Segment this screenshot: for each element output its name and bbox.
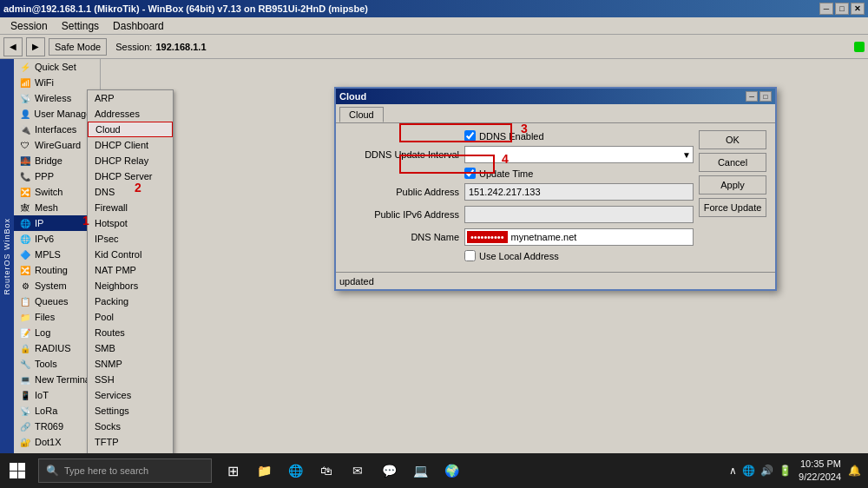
- title-bar-buttons: ─ □ ✕: [819, 3, 865, 15]
- submenu-item-smb[interactable]: SMB: [88, 340, 173, 356]
- cancel-button[interactable]: Cancel: [699, 153, 766, 172]
- submenu-item-firewall[interactable]: Firewall: [88, 200, 173, 215]
- submenu-item-ipsec[interactable]: IPsec: [88, 231, 173, 247]
- public-address-input[interactable]: [464, 183, 694, 201]
- sidebar-label-tools: Tools: [35, 359, 57, 369]
- submenu-item-routes[interactable]: Routes: [88, 325, 173, 340]
- taskbar-icon-explorer[interactable]: 📁: [250, 453, 278, 488]
- dialog-tab-cloud[interactable]: Cloud: [339, 107, 384, 122]
- sidebar-label-wireguard: WireGuard: [35, 140, 81, 150]
- taskbar-icon-terminal[interactable]: 💻: [406, 453, 434, 488]
- public-address-label: Public Address: [343, 187, 464, 197]
- search-bar[interactable]: 🔍 Type here to search: [38, 458, 212, 483]
- ip-submenu: ARP Addresses Cloud DHCP Client DHCP Rel…: [87, 89, 174, 488]
- sidebar-label-switch: Switch: [35, 187, 62, 197]
- dialog-restore-button[interactable]: □: [760, 91, 772, 102]
- dialog-status-text: updated: [339, 276, 374, 287]
- apply-button[interactable]: Apply: [699, 175, 766, 195]
- submenu-item-ssh[interactable]: SSH: [88, 372, 173, 387]
- sidebar-item-wifi[interactable]: 📶 WiFi: [14, 75, 100, 90]
- submenu-item-natpmp[interactable]: NAT PMP: [88, 262, 173, 278]
- session-label: Session:: [115, 42, 152, 52]
- clock[interactable]: 10:35 PM 9/22/2024: [799, 458, 841, 485]
- title-bar: admin@192.168.1.1 (MikroTik) - WinBox (6…: [0, 0, 868, 17]
- dns-name-label: DNS Name: [343, 232, 464, 242]
- submenu-item-services[interactable]: Services: [88, 387, 173, 403]
- notification-icon[interactable]: 🔔: [848, 465, 861, 477]
- dialog-title-bar: Cloud ─ □: [336, 89, 775, 104]
- safe-mode-button[interactable]: Safe Mode: [49, 38, 107, 56]
- taskbar-icon-chrome[interactable]: 🌐: [281, 453, 309, 488]
- taskbar-icon-browser2[interactable]: 🌍: [437, 453, 465, 488]
- system-tray: ∧ 🌐 🔊 🔋 10:35 PM 9/22/2024 🔔: [722, 458, 868, 485]
- interfaces-icon: 🔌: [19, 123, 31, 135]
- sidebar-label-usermanager: User Manager: [34, 109, 95, 119]
- ok-button[interactable]: OK: [699, 130, 766, 149]
- submenu-item-tftp[interactable]: TFTP: [88, 434, 173, 450]
- public-ipv6-address-label: Public IPv6 Address: [343, 209, 464, 220]
- dialog-minimize-button[interactable]: ─: [746, 91, 758, 102]
- menu-dashboard[interactable]: Dashboard: [106, 18, 171, 34]
- sidebar-label-bridge: Bridge: [35, 155, 62, 166]
- sidebar-item-quickset[interactable]: ⚡ Quick Set: [14, 59, 100, 75]
- ddns-update-interval-input[interactable]: ▼: [464, 146, 694, 163]
- submenu-item-pool[interactable]: Pool: [88, 309, 173, 325]
- sidebar-label-queues: Queues: [35, 296, 69, 307]
- sidebar-label-ip: IP: [35, 218, 43, 228]
- taskbar-icon-mail[interactable]: ✉: [344, 453, 372, 488]
- menu-session[interactable]: Session: [3, 18, 55, 34]
- submenu-item-settings[interactable]: Settings: [88, 403, 173, 419]
- tray-icon-volume[interactable]: 🔊: [760, 465, 773, 477]
- submenu-item-arp[interactable]: ARP: [88, 90, 173, 106]
- sidebar-label-routing: Routing: [35, 265, 68, 275]
- close-button[interactable]: ✕: [851, 3, 865, 15]
- submenu-item-addresses[interactable]: Addresses: [88, 106, 173, 122]
- start-button[interactable]: [0, 453, 35, 488]
- tray-icons: ∧ 🌐 🔊 🔋: [729, 465, 792, 477]
- tray-icon-battery[interactable]: 🔋: [779, 465, 792, 477]
- use-local-address-checkbox[interactable]: [464, 250, 476, 261]
- clock-date: 9/22/2024: [799, 471, 841, 484]
- submenu-item-dns[interactable]: DNS: [88, 184, 173, 200]
- public-ipv6-address-input[interactable]: [464, 206, 694, 223]
- update-time-row: Update Time: [464, 168, 694, 179]
- taskbar-icon-taskview[interactable]: ⊞: [219, 453, 247, 488]
- toolbar-forward-button[interactable]: ▶: [26, 37, 45, 56]
- submenu-item-kidcontrol[interactable]: Kid Control: [88, 247, 173, 262]
- sidebar-label-tr069: TR069: [35, 421, 63, 432]
- submenu-item-snmp[interactable]: SNMP: [88, 356, 173, 372]
- quickset-icon: ⚡: [19, 61, 31, 73]
- submenu-item-socks[interactable]: Socks: [88, 419, 173, 434]
- submenu-item-packing[interactable]: Packing: [88, 293, 173, 309]
- ddns-enabled-checkbox[interactable]: [464, 130, 476, 142]
- iot-icon: 📱: [19, 389, 31, 401]
- toolbar-back-button[interactable]: ◀: [3, 37, 23, 56]
- minimize-button[interactable]: ─: [819, 3, 833, 15]
- mpls-icon: 🔷: [19, 248, 31, 260]
- taskbar-icon-teams[interactable]: 💬: [375, 453, 403, 488]
- use-local-address-row: Use Local Address: [464, 250, 694, 261]
- switch-icon: 🔀: [19, 186, 31, 198]
- ip-icon: 🌐: [19, 217, 31, 229]
- sidebar-label-system: System: [35, 280, 67, 291]
- windows-logo: [10, 463, 25, 478]
- submenu-item-neighbors[interactable]: Neighbors: [88, 278, 173, 293]
- dialog-title-buttons: ─ □: [746, 91, 772, 102]
- force-update-button[interactable]: Force Update: [699, 198, 766, 217]
- ddns-update-interval-row: DDNS Update Interval ▼: [343, 145, 694, 164]
- toolbar: ◀ ▶ Safe Mode Session: 192.168.1.1: [0, 35, 868, 59]
- submenu-item-hotspot[interactable]: Hotspot: [88, 215, 173, 231]
- annotation-label-2: 2: [135, 181, 141, 195]
- submenu-item-dhcpclient[interactable]: DHCP Client: [88, 137, 173, 153]
- newterminal-icon: 💻: [19, 373, 31, 386]
- submenu-item-dhcpserver[interactable]: DHCP Server: [88, 168, 173, 184]
- menu-settings[interactable]: Settings: [55, 18, 106, 34]
- update-time-checkbox[interactable]: [464, 168, 476, 179]
- taskbar-icon-store[interactable]: 🛍: [312, 453, 340, 488]
- submenu-item-cloud[interactable]: Cloud: [88, 122, 173, 137]
- mesh-icon: 🕸: [19, 201, 31, 214]
- maximize-button[interactable]: □: [835, 3, 849, 15]
- tray-icon-network[interactable]: 🌐: [742, 465, 755, 477]
- tray-icon-chevron[interactable]: ∧: [729, 465, 737, 477]
- submenu-item-dhcprelay[interactable]: DHCP Relay: [88, 153, 173, 168]
